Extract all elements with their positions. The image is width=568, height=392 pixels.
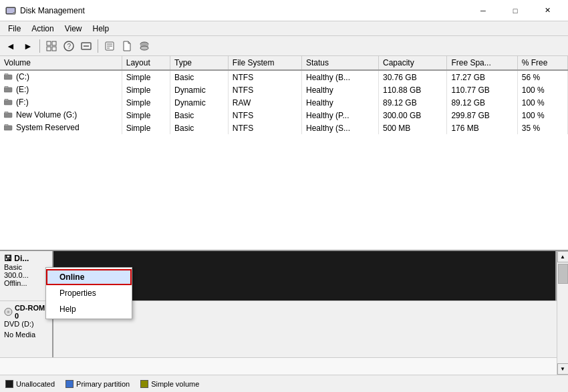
toolbar-sep-2 [98, 39, 98, 53]
disk-name-0: 🖫 Di... [4, 254, 48, 263]
menu-action[interactable]: Action [26, 21, 59, 35]
cell-capacity: 300.00 GB [379, 109, 447, 122]
svg-rect-5 [47, 47, 51, 51]
remove-button[interactable] [78, 38, 94, 54]
menu-view[interactable]: View [59, 21, 88, 35]
cell-pct: 56 % [517, 70, 567, 83]
table-row[interactable]: (C:) Simple Basic NTFS Healthy (B... 30.… [0, 70, 568, 83]
legend-label-simple: Simple volume [151, 380, 199, 388]
scroll-thumb[interactable] [558, 264, 568, 284]
cell-layout: Simple [122, 122, 170, 134]
title-bar: Disk Management ─ □ ✕ [0, 0, 568, 21]
legend-primary: Primary partition [65, 380, 130, 388]
maximize-button[interactable]: □ [500, 0, 531, 21]
close-button[interactable]: ✕ [532, 0, 563, 21]
legend-box-simple [140, 380, 148, 388]
svg-rect-6 [52, 47, 56, 51]
cell-fs: NTFS [228, 122, 301, 134]
title-bar-controls: ─ □ ✕ [468, 0, 563, 21]
cell-status: Healthy (P... [302, 109, 379, 122]
cell-volume: (E:) [0, 83, 122, 96]
properties-button[interactable] [102, 38, 118, 54]
svg-point-29 [7, 311, 10, 313]
col-pct: % Free [517, 56, 567, 70]
table-row[interactable]: (E:) Simple Dynamic NTFS Healthy 110.88 … [0, 83, 568, 96]
svg-rect-3 [47, 41, 51, 45]
col-type: Type [170, 56, 229, 70]
cell-type: Dynamic [170, 83, 229, 96]
cell-free: 176 MB [447, 122, 517, 134]
col-status: Status [302, 56, 379, 70]
cell-status: Healthy [302, 96, 379, 109]
svg-rect-27 [5, 124, 8, 126]
document-button[interactable] [119, 38, 135, 54]
legend-box-unallocated [5, 380, 13, 388]
cell-free: 89.12 GB [447, 96, 517, 109]
context-menu-help[interactable]: Help [46, 301, 132, 317]
cell-capacity: 500 MB [379, 122, 447, 134]
cell-layout: Simple [122, 70, 170, 83]
title-bar-text: Disk Management [20, 6, 468, 15]
cdrom-name: CD-ROM 0 [4, 304, 48, 320]
cell-free: 17.27 GB [447, 70, 517, 83]
minimize-button[interactable]: ─ [468, 0, 499, 21]
col-volume: Volume [0, 56, 122, 70]
cell-volume: (C:) [0, 70, 122, 83]
menu-help[interactable]: Help [88, 21, 115, 35]
legend-label-unallocated: Unallocated [16, 380, 55, 388]
forward-button[interactable]: ► [20, 38, 36, 54]
volumes-table: Volume Layout Type File System Status Ca… [0, 56, 568, 134]
disk-status-0: Offlin... [4, 279, 48, 287]
table-row[interactable]: New Volume (G:) Simple Basic NTFS Health… [0, 109, 568, 122]
col-fs: File System [228, 56, 301, 70]
table-area[interactable]: Volume Layout Type File System Status Ca… [0, 56, 568, 251]
legend-simple: Simple volume [140, 380, 199, 388]
cdrom-status: No Media [4, 331, 48, 339]
cell-free: 110.77 GB [447, 83, 517, 96]
cell-pct: 100 % [517, 96, 567, 109]
svg-text:?: ? [67, 43, 72, 50]
svg-rect-21 [5, 86, 8, 88]
cell-pct: 35 % [517, 122, 567, 134]
back-button[interactable]: ◄ [3, 38, 19, 54]
help-button[interactable]: ? [61, 38, 77, 54]
toolbar-sep-1 [39, 39, 40, 53]
cell-pct: 100 % [517, 109, 567, 122]
table-row[interactable]: (F:) Simple Dynamic RAW Healthy 89.12 GB… [0, 96, 568, 109]
menu-file[interactable]: File [3, 21, 26, 35]
cell-type: Basic [170, 122, 229, 134]
disk-size-0: 300.0... [4, 271, 48, 279]
cell-pct: 100 % [517, 83, 567, 96]
app-icon [5, 5, 16, 16]
scroll-down[interactable]: ▼ [557, 363, 569, 375]
disk-row-0: 🖫 Di... Basic 300.0... Offlin... Online … [0, 251, 557, 301]
col-free: Free Spa... [447, 56, 517, 70]
context-menu-online[interactable]: Online [46, 269, 132, 285]
cdrom-drive: DVD (D:) [4, 320, 48, 328]
legend-box-primary [65, 380, 74, 388]
cell-volume: System Reserved [0, 122, 122, 134]
scrollbar-vertical[interactable]: ▲ ▼ [557, 251, 568, 375]
disk-type-0: Basic [4, 263, 48, 271]
cell-status: Healthy [302, 83, 379, 96]
disk-button[interactable] [136, 38, 152, 54]
show-grid-button[interactable] [43, 38, 59, 54]
main-content: Volume Layout Type File System Status Ca… [0, 56, 568, 375]
cell-fs: NTFS [228, 83, 301, 96]
context-menu-properties[interactable]: Properties [46, 285, 132, 301]
cell-layout: Simple [122, 96, 170, 109]
legend-label-primary: Primary partition [76, 380, 130, 388]
cell-layout: Simple [122, 83, 170, 96]
svg-point-2 [13, 12, 15, 15]
col-layout: Layout [122, 56, 170, 70]
cell-fs: RAW [228, 96, 301, 109]
scroll-up[interactable]: ▲ [557, 251, 569, 262]
table-row[interactable]: System Reserved Simple Basic NTFS Health… [0, 122, 568, 134]
cell-status: Healthy (S... [302, 122, 379, 134]
cell-volume: (F:) [0, 96, 122, 109]
cell-capacity: 30.76 GB [379, 70, 447, 83]
cell-type: Dynamic [170, 96, 229, 109]
svg-rect-25 [5, 112, 8, 114]
svg-rect-4 [52, 41, 56, 45]
cell-volume: New Volume (G:) [0, 109, 122, 122]
